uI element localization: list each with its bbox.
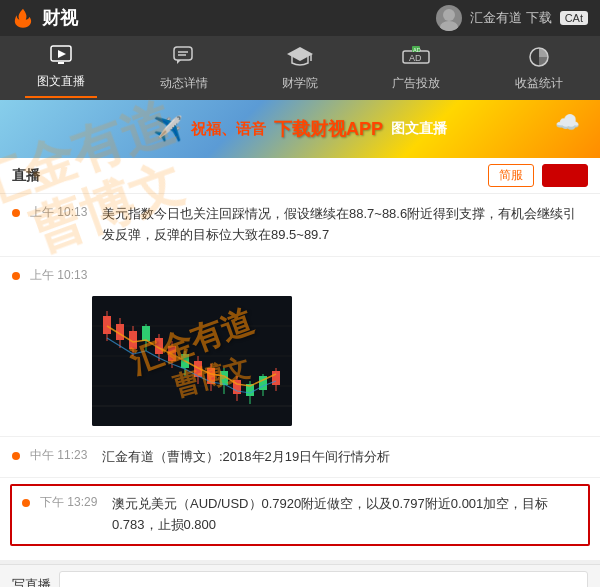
feed-item-4: 下午 13:29 澳元兑美元（AUD/USD）0.7920附近做空，以及0.79… <box>10 484 590 546</box>
banner-prefix: 祝福、语音 <box>191 120 266 139</box>
write-bar: 写直播 <box>0 564 600 587</box>
fire-icon <box>12 7 34 29</box>
tab-stats-icon-wrap <box>527 45 551 71</box>
app-logo[interactable]: 财视 <box>12 6 78 30</box>
broadcast-bar: 直播 简服 <box>0 158 600 194</box>
banner-inner: ✈️ 祝福、语音 下载财视APP 图文直播 <box>153 115 447 143</box>
tab-academy[interactable]: 财学院 <box>270 39 330 98</box>
feed-item-1: 上午 10:13 美元指数今日也关注回踩情况，假设继续在88.7~88.6附近得… <box>0 194 600 257</box>
svg-point-0 <box>443 9 455 21</box>
svg-marker-8 <box>177 60 181 64</box>
plane-icon: ✈️ <box>153 115 183 143</box>
avatar[interactable] <box>436 5 462 31</box>
feed-time-4: 下午 13:29 <box>40 494 102 511</box>
svg-rect-4 <box>58 62 64 64</box>
feed-content-4: 澳元兑美元（AUD/USD）0.7920附近做空，以及0.797附近0.001加… <box>112 494 578 536</box>
candlestick-chart <box>92 296 292 426</box>
tab-live-label: 图文直播 <box>37 73 85 90</box>
ad-icon: AD AD <box>402 45 430 71</box>
feed-image-container: 汇金有道 曹博文 <box>92 290 292 426</box>
top-nav-right: 汇金有道 下载 CAt <box>436 5 588 31</box>
pie-svg <box>527 45 551 67</box>
tab-ads[interactable]: AD AD 广告投放 <box>380 39 452 98</box>
tab-dynamic-icon-wrap <box>172 45 196 71</box>
chat-svg <box>172 45 196 67</box>
feed-time-3: 中午 11:23 <box>30 447 92 464</box>
tab-stats-label: 收益统计 <box>515 75 563 92</box>
feed-bullet-1 <box>12 209 20 217</box>
feed-bullet-4 <box>22 499 30 507</box>
chart-pie-icon <box>527 47 551 72</box>
banner-suffix: 图文直播 <box>391 120 447 138</box>
avatar-icon <box>436 5 462 31</box>
tab-dynamic[interactable]: 动态详情 <box>148 39 220 98</box>
user-name: 汇金有道 下载 <box>470 9 552 27</box>
svg-rect-28 <box>142 326 150 341</box>
feed-content-3: 汇金有道（曹博文）:2018年2月19日午间行情分析 <box>102 447 588 468</box>
main-tabs: 图文直播 动态详情 财学院 <box>0 36 600 100</box>
svg-rect-5 <box>174 47 192 60</box>
live-svg <box>49 44 73 66</box>
chat-icon <box>172 47 196 72</box>
cloud-icon: ☁️ <box>555 110 580 134</box>
tab-academy-label: 财学院 <box>282 75 318 92</box>
simple-mode-button[interactable]: 简服 <box>488 164 534 187</box>
write-label: 写直播 <box>12 576 51 587</box>
svg-rect-48 <box>272 371 280 385</box>
feed-item-2: 上午 10:13 <box>0 257 600 437</box>
svg-marker-9 <box>287 47 313 61</box>
ad-svg: AD AD <box>402 45 430 67</box>
banner-main: 下载财视APP <box>274 117 383 141</box>
feed-time-1: 上午 10:13 <box>30 204 92 221</box>
feed: 上午 10:13 美元指数今日也关注回踩情况，假设继续在88.7~88.6附近得… <box>0 194 600 560</box>
app-title: 财视 <box>42 6 78 30</box>
tab-ads-label: 广告投放 <box>392 75 440 92</box>
banner[interactable]: ✈️ 祝福、语音 下载财视APP 图文直播 ☁️ <box>0 100 600 158</box>
svg-rect-16 <box>92 296 292 426</box>
svg-rect-22 <box>103 316 111 334</box>
tab-live-icon-wrap <box>49 44 73 69</box>
broadcast-buttons: 简服 <box>488 164 588 187</box>
feed-item-3: 中午 11:23 汇金有道（曹博文）:2018年2月19日午间行情分析 <box>0 437 600 479</box>
feed-content-1: 美元指数今日也关注回踩情况，假设继续在88.7~88.6附近得到支撑，有机会继续… <box>102 204 588 246</box>
grad-svg <box>287 45 313 67</box>
tab-ads-icon-wrap: AD AD <box>402 45 430 71</box>
tab-stats[interactable]: 收益统计 <box>503 39 575 98</box>
svg-point-1 <box>440 21 458 31</box>
top-nav: 财视 汇金有道 下载 CAt <box>0 0 600 36</box>
graduation-icon <box>287 47 313 72</box>
write-input[interactable] <box>59 571 588 587</box>
tab-dynamic-label: 动态详情 <box>160 75 208 92</box>
chart-image[interactable]: 汇金有道 曹博文 <box>92 296 292 426</box>
feed-bullet-2 <box>12 272 20 280</box>
feed-bullet-3 <box>12 452 20 460</box>
svg-text:AD: AD <box>413 47 421 53</box>
tab-live[interactable]: 图文直播 <box>25 38 97 98</box>
tab-academy-icon-wrap <box>287 45 313 71</box>
feed-time-2: 上午 10:13 <box>30 267 92 284</box>
svg-marker-3 <box>58 50 66 58</box>
broadcast-label: 直播 <box>12 167 40 185</box>
red-mode-button[interactable] <box>542 164 588 187</box>
play-icon <box>49 48 73 70</box>
cat-badge: CAt <box>560 11 588 25</box>
svg-text:AD: AD <box>409 53 422 63</box>
